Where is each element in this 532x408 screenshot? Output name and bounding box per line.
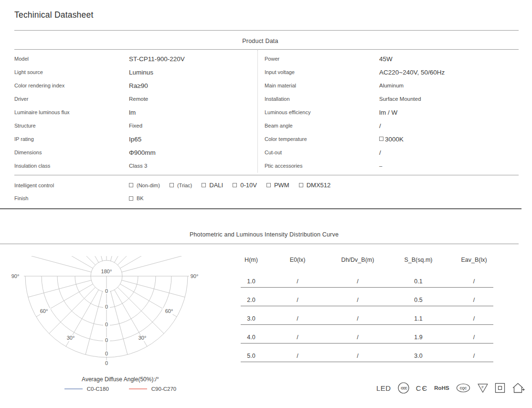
spec-row: Dimensions Φ900mm [14,146,257,159]
spec-value: Surface Mounted [379,96,421,102]
spec-value: Remote [129,96,148,102]
options: (Non-dim) (Triac) DALI 0-10V PWM DMX512 [129,182,330,189]
axis-zero-label: 0 [105,304,108,310]
column-header: S_B(sq.m) [382,257,455,269]
spec-row: Structure Fixed [14,119,257,132]
table-cell: 1.0 [241,278,262,285]
spec-value: Luminus [129,69,153,76]
table-cell: 2.0 [241,297,262,303]
table-cell: / [455,297,493,303]
table-cell: / [455,353,493,359]
spec-label: Main material [265,83,379,88]
spec-row: Insulation class Class 3 [14,159,257,172]
divider [14,30,519,31]
control-rows: Intelligent control (Non-dim) (Triac) DA… [14,179,519,205]
table-cell: 1.9 [382,334,455,341]
control-label: Finish [14,195,129,201]
table-cell: 5.0 [241,353,262,359]
divider [14,49,519,50]
product-left-column: Model ST-CP11-900-220V Light source Lumi… [14,50,257,172]
spec-row: Beam angle / [265,119,519,132]
checkbox-icon [233,183,237,187]
legend-label: C0-C180 [87,386,109,392]
spec-value: ST-CP11-900-220V [129,55,185,63]
page-title: Techinical Datasheet [14,10,93,20]
spec-row: Ptic accessories – [265,159,519,172]
angle-label-30-right: 30° [138,335,147,341]
table-row: 1.0//0.1/ [241,269,493,288]
axis-zero-label: 0 [105,288,108,294]
section-title-product-data: Product Data [14,38,506,44]
f-mark-icon: F [477,383,489,393]
control-row: Finish BK [14,192,519,205]
spec-row: Input voltage AC220~240V, 50/60Hz [265,65,519,79]
legend-label: C90-C270 [151,386,176,392]
cqc-mark-icon: CQC [456,383,471,393]
checkbox-icon [129,183,133,187]
spec-row: Driver Remote [14,92,257,106]
photometric-table: H(m)E0(lx)Dh/Dv_B(m)S_B(sq.m)Eav_B(lx) 1… [241,257,493,362]
section-title-photometric: Photometric and Luminous Intensity Distr… [0,231,528,238]
control-row: Intelligent control (Non-dim) (Triac) DA… [14,179,519,192]
polar-distribution-chart: 180°90°90°60°60°30°30°000000 [5,256,205,374]
table-row: 4.0//1.9/ [241,325,493,344]
table-row: 5.0//3.0/ [241,344,493,362]
house-mark-icon [511,382,525,394]
column-header: H(m) [241,257,262,269]
angle-label-90-left: 90° [11,273,20,279]
spec-value: / [379,122,381,129]
table-cell: / [333,353,382,359]
spec-row: Model ST-CP11-900-220V [14,52,257,65]
photometric-table-body: 1.0//0.1/2.0//0.5/3.0//1.1/4.0//1.9/5.0/… [241,269,493,362]
spec-label: Installation [265,96,379,102]
spec-value: – [379,163,382,169]
spec-label: Beam angle [265,123,379,129]
spec-value: lm [129,109,136,116]
checkbox-icon [299,183,303,187]
spec-row: Installation Surface Mounted [265,92,519,106]
table-cell: / [333,315,382,322]
f-label: F [481,385,484,389]
table-cell: 4.0 [241,334,262,341]
table-cell: / [262,297,333,303]
ce-mark-icon: CЄ [416,384,428,392]
table-cell: 0.1 [382,278,455,285]
chart-caption: Average Diffuse Angle(50%):/° [5,376,221,383]
spec-value: / [379,149,381,156]
ccc-mark-icon: CCC [397,382,410,394]
table-cell: / [455,278,493,285]
angle-label-30-left: 30° [67,335,75,341]
spec-row: Power 45W [265,52,519,65]
photometric-chart-block: 180°90°90°60°60°30°30°000000 Average Dif… [5,256,220,392]
spec-label: Light source [14,69,129,75]
axis-zero-label: 0 [105,337,108,343]
product-data-table: Model ST-CP11-900-220V Light source Lumi… [14,50,519,172]
legend-item: C0-C180 [64,386,109,392]
angle-label-180: 180° [101,268,112,274]
legend-item: C90-C270 [129,386,176,392]
checkbox-icon [379,137,383,141]
spec-label: Luminous efficiency [265,109,379,115]
angle-label-90-right: 90° [191,273,199,279]
spec-label: IP rating [14,136,129,142]
column-header: Dh/Dv_B(m) [333,257,382,269]
spec-row: Light source Luminus [14,65,257,79]
spec-label: Cut-out [265,150,379,155]
spec-label: Insulation class [14,163,129,169]
table-cell: 3.0 [382,353,455,359]
table-row: 3.0//1.1/ [241,306,493,325]
table-cell: / [262,353,333,359]
checkbox-icon [266,183,271,187]
spec-value: Aluminum [379,83,404,88]
spec-label: Color temperature [265,136,379,142]
certification-marks: LED CCC CЄ RoHS CQC F [376,382,525,394]
spec-label: Driver [14,96,129,102]
legend-line-icon [64,388,83,389]
option: PWM [266,182,289,189]
table-cell: 0.5 [382,297,455,303]
spec-label: Color rendering index [14,83,129,88]
table-cell: / [262,315,333,322]
spec-label: Input voltage [265,69,379,75]
option: 0-10V [233,182,257,189]
divider [0,244,519,244]
